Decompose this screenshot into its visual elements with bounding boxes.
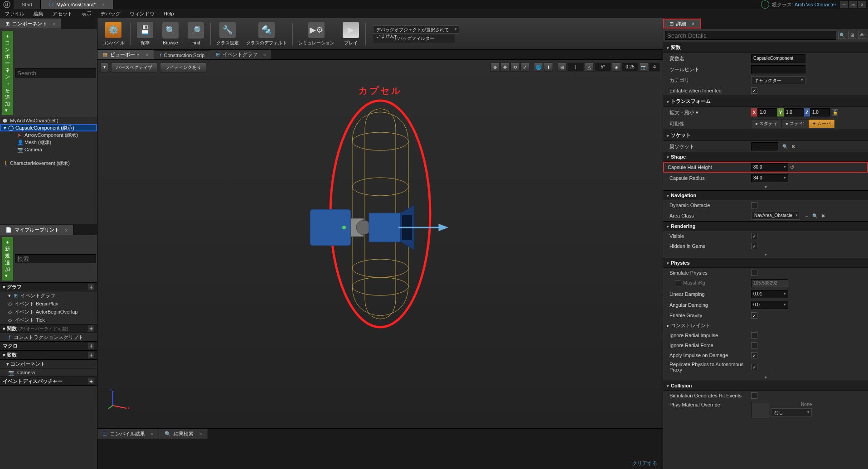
add-variable-button[interactable]: ＋: [88, 352, 94, 358]
cat-shape[interactable]: Shape: [663, 152, 868, 162]
eventgraph-item[interactable]: ▾⊞イベントグラフ: [0, 291, 97, 300]
angle-snap-icon[interactable]: △: [585, 63, 594, 72]
lbl-constraint[interactable]: ▸ コンストレイント: [667, 322, 748, 329]
field-tooltip[interactable]: [751, 65, 805, 73]
physics-advance[interactable]: ▾: [663, 374, 868, 381]
tree-row-charmove[interactable]: 🚶CharacterMovement (継承): [0, 160, 97, 167]
section-macros[interactable]: マクロ＋: [0, 341, 97, 350]
chk-mass[interactable]: [675, 280, 681, 286]
browse-icon[interactable]: 🔍: [812, 213, 818, 219]
close-icon[interactable]: ×: [150, 431, 153, 436]
add-new-button[interactable]: ＋新規追加 ▾: [2, 237, 13, 280]
scale-z[interactable]: 1.0: [810, 108, 830, 116]
compile-button[interactable]: ⚙️コンパイル: [100, 21, 126, 47]
tree-row-camera[interactable]: 📷Camera: [0, 146, 97, 153]
chk-editable[interactable]: [751, 87, 757, 94]
select-mode-icon[interactable]: ⊕: [490, 63, 499, 72]
rotate-mode-icon[interactable]: ⟲: [510, 63, 519, 72]
save-button[interactable]: 💾保存: [134, 21, 156, 47]
myblueprint-tab[interactable]: 📄 マイブループリント ×: [0, 225, 73, 235]
components-tab[interactable]: ⊞ コンポーネント ×: [0, 19, 61, 29]
close-icon[interactable]: ×: [145, 52, 148, 58]
perspective-dropdown[interactable]: パースペクティブ: [111, 63, 157, 73]
field-halfheight[interactable]: 80.0: [751, 163, 788, 171]
tree-row-capsule[interactable]: ▾◯CapsuleComponent (継承): [0, 124, 97, 131]
property-matrix-icon[interactable]: ⊞: [848, 31, 856, 39]
scale-y[interactable]: 1.0: [784, 108, 804, 116]
chk-ignoreimp[interactable]: [751, 332, 757, 338]
close-icon[interactable]: ×: [692, 21, 694, 26]
construction-script[interactable]: ƒコンストラクションスクリプト: [0, 333, 97, 341]
add-graph-button[interactable]: ＋: [88, 284, 94, 290]
shape-advance[interactable]: ▾: [663, 184, 868, 190]
details-tab[interactable]: ⊡ 詳細 ×: [663, 19, 701, 29]
source-control-icon[interactable]: ↓: [761, 0, 769, 9]
parent-class-link[interactable]: Arch Vis Character: [795, 2, 836, 7]
cat-transform[interactable]: トランスフォーム: [663, 96, 868, 107]
section-components-sub[interactable]: ▾ コンポーネント: [0, 359, 97, 368]
details-search-input[interactable]: [665, 31, 836, 40]
scale-x[interactable]: 1.0: [757, 108, 777, 116]
section-functions[interactable]: ▾ 関数 (29 オーバーライド可能)＋: [0, 324, 97, 333]
scale-snap-icon[interactable]: ◈: [612, 63, 621, 72]
scale-snap-value[interactable]: 0.25: [622, 63, 638, 72]
chk-applyimp[interactable]: [751, 352, 757, 358]
simulation-button[interactable]: ▶⚙シミュレーション: [296, 21, 336, 47]
tab-start[interactable]: Start: [14, 0, 41, 9]
cat-navigation[interactable]: Navigation: [663, 190, 868, 200]
chk-hidden[interactable]: [751, 243, 757, 249]
minimize-button[interactable]: ─: [840, 1, 848, 8]
add-dispatcher-button[interactable]: ＋: [88, 378, 94, 384]
clear-icon[interactable]: ✖: [790, 143, 796, 150]
viewport-options-button[interactable]: ▾: [100, 63, 108, 73]
scale-mode-icon[interactable]: ⤢: [520, 63, 529, 72]
tab-compile-results[interactable]: ☰コンパイル結果×: [97, 429, 159, 439]
use-selected-icon[interactable]: ←: [804, 213, 810, 219]
menu-file[interactable]: ファイル: [0, 10, 29, 17]
close-button[interactable]: ×: [858, 1, 866, 8]
close-icon[interactable]: ×: [65, 227, 68, 233]
lighting-dropdown[interactable]: ライティングあり: [160, 63, 206, 73]
add-component-button[interactable]: ＋コンポーネントを追加 ▾: [2, 31, 13, 115]
surface-snap-icon[interactable]: ⬇: [544, 63, 553, 72]
chk-visible[interactable]: [751, 233, 757, 239]
dropdown-physmat[interactable]: なし: [771, 408, 812, 416]
coord-space-icon[interactable]: 🌐: [534, 63, 543, 72]
material-thumbnail[interactable]: [751, 402, 769, 418]
grid-snap-value[interactable]: |: [567, 63, 584, 72]
mobility-stationary[interactable]: ● ステイ:: [781, 119, 809, 128]
tab-eventgraph[interactable]: ⊞イベントグラフ×: [210, 50, 272, 59]
cat-physics[interactable]: Physics: [663, 258, 868, 268]
menu-help[interactable]: Help: [159, 11, 179, 16]
cat-collision[interactable]: Collision: [663, 381, 868, 391]
var-camera[interactable]: 📷Camera: [0, 368, 97, 377]
tab-find-results[interactable]: 🔍結果検索×: [159, 429, 208, 439]
chk-genhit[interactable]: [751, 392, 757, 399]
lock-icon[interactable]: 🔒: [832, 109, 838, 116]
chk-replicate[interactable]: [751, 364, 757, 370]
angle-snap-value[interactable]: 5°: [595, 63, 611, 72]
reset-icon[interactable]: ↺: [790, 164, 794, 170]
tab-construction[interactable]: fConstruction Scrip: [154, 51, 210, 59]
components-search-input[interactable]: [15, 68, 96, 77]
tree-row-arrow[interactable]: ➤ArrowComponent (継承): [0, 131, 97, 139]
tab-viewport[interactable]: ▦ビューポート×: [97, 50, 154, 59]
myblueprint-search-input[interactable]: [15, 254, 96, 263]
grid-snap-icon[interactable]: ⊞: [558, 63, 567, 72]
viewport[interactable]: ▾ パースペクティブ ライティングあり ⊕ ✥ ⟲ ⤢ 🌐 ⬇ ⊞ | △ 5°…: [97, 60, 663, 428]
field-lindamp[interactable]: 0.01: [751, 290, 788, 298]
close-icon[interactable]: ×: [102, 2, 105, 7]
menu-asset[interactable]: アセット: [48, 10, 77, 17]
search-icon[interactable]: 🔍: [838, 31, 846, 39]
chk-ignoreforce[interactable]: [751, 342, 757, 348]
camera-speed-value[interactable]: 4: [649, 63, 660, 72]
field-parentsocket[interactable]: [751, 142, 778, 150]
dropdown-category[interactable]: キャラクター: [751, 76, 805, 84]
class-settings-button[interactable]: 🔧クラス設定: [214, 21, 241, 47]
debug-object-dropdown[interactable]: デバッグオブジェクトが選択されていません▾: [373, 25, 459, 34]
menu-window[interactable]: ウィンドウ: [125, 10, 159, 17]
cat-rendering[interactable]: Rendering: [663, 221, 868, 231]
tab-myarchvischara[interactable]: ⎔ MyArchVisChara* ×: [41, 0, 113, 9]
rendering-advance[interactable]: ▾: [663, 251, 868, 258]
chk-sim[interactable]: [751, 270, 757, 276]
